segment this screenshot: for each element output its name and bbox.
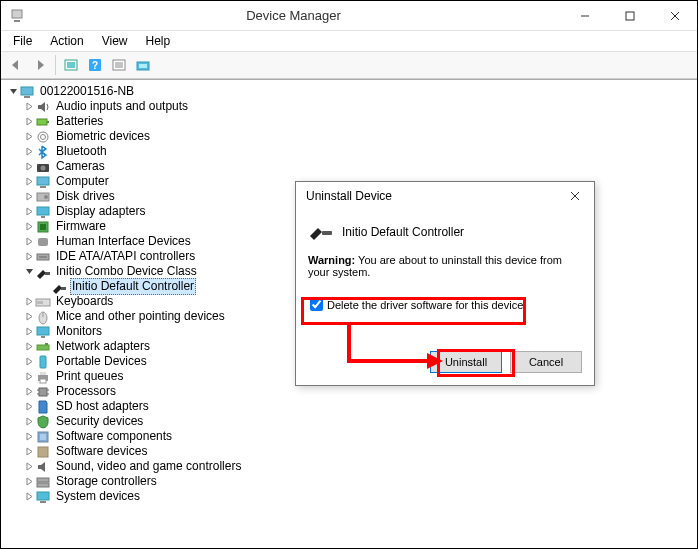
back-button[interactable] xyxy=(5,54,27,76)
svg-rect-45 xyxy=(37,345,49,350)
scan-button[interactable] xyxy=(132,54,154,76)
menu-file[interactable]: File xyxy=(5,32,40,50)
category-icon xyxy=(35,159,51,175)
close-button[interactable] xyxy=(652,1,697,31)
expand-icon[interactable] xyxy=(23,131,35,143)
tree-category[interactable]: Audio inputs and outputs xyxy=(7,99,695,114)
tree-category[interactable]: Bluetooth xyxy=(7,144,695,159)
expand-icon[interactable] xyxy=(23,101,35,113)
tree-label: Software components xyxy=(54,429,174,444)
svg-rect-32 xyxy=(38,238,48,246)
tree-label: Bluetooth xyxy=(54,144,109,159)
svg-rect-44 xyxy=(41,336,45,338)
dialog-close-button[interactable] xyxy=(562,189,588,204)
expand-icon[interactable] xyxy=(23,491,35,503)
svg-rect-31 xyxy=(40,224,46,230)
expand-icon[interactable] xyxy=(23,221,35,233)
show-hidden-button[interactable] xyxy=(60,54,82,76)
category-icon xyxy=(35,219,51,235)
expand-icon[interactable] xyxy=(23,341,35,353)
svg-rect-51 xyxy=(39,388,47,396)
forward-button[interactable] xyxy=(29,54,51,76)
help-button[interactable]: ? xyxy=(84,54,106,76)
expand-icon[interactable] xyxy=(23,191,35,203)
svg-rect-0 xyxy=(12,10,22,18)
svg-rect-36 xyxy=(61,287,66,290)
svg-rect-61 xyxy=(37,492,49,500)
category-icon xyxy=(35,144,51,160)
tree-label: Keyboards xyxy=(54,294,115,309)
svg-rect-3 xyxy=(626,12,634,20)
menu-help[interactable]: Help xyxy=(138,32,179,50)
tree-category[interactable]: SD host adapters xyxy=(7,399,695,414)
collapse-icon[interactable] xyxy=(23,266,35,278)
tree-label: Storage controllers xyxy=(54,474,159,489)
app-icon xyxy=(9,8,25,24)
expand-icon[interactable] xyxy=(23,311,35,323)
toolbar-separator xyxy=(55,55,56,75)
expand-icon[interactable] xyxy=(23,416,35,428)
tree-category[interactable]: Processors xyxy=(7,384,695,399)
expand-icon[interactable] xyxy=(23,401,35,413)
tree-label: SD host adapters xyxy=(54,399,151,414)
device-icon xyxy=(308,222,334,242)
expand-icon[interactable] xyxy=(23,371,35,383)
svg-point-21 xyxy=(41,134,46,139)
tree-label: System devices xyxy=(54,489,142,504)
category-icon xyxy=(35,444,51,460)
delete-driver-checkbox-row[interactable]: Delete the driver software for this devi… xyxy=(308,296,582,313)
menu-action[interactable]: Action xyxy=(42,32,91,50)
expand-icon[interactable] xyxy=(23,431,35,443)
category-icon xyxy=(35,114,51,130)
tree-category[interactable]: Software components xyxy=(7,429,695,444)
tree-label: Portable Devices xyxy=(54,354,149,369)
expand-icon[interactable] xyxy=(23,236,35,248)
tree-label: Biometric devices xyxy=(54,129,152,144)
category-icon xyxy=(35,249,51,265)
properties-button[interactable] xyxy=(108,54,130,76)
category-icon xyxy=(35,369,51,385)
expand-icon[interactable] xyxy=(23,326,35,338)
category-icon xyxy=(35,339,51,355)
delete-driver-label: Delete the driver software for this devi… xyxy=(327,299,526,311)
svg-rect-16 xyxy=(21,87,33,95)
delete-driver-checkbox[interactable] xyxy=(310,298,323,311)
svg-rect-24 xyxy=(37,177,49,185)
minimize-button[interactable] xyxy=(562,1,607,31)
uninstall-dialog: Uninstall Device Initio Default Controll… xyxy=(295,181,595,386)
expand-icon[interactable] xyxy=(23,206,35,218)
svg-rect-19 xyxy=(47,121,49,123)
tree-category[interactable]: System devices xyxy=(7,489,695,504)
tree-category[interactable]: Security devices xyxy=(7,414,695,429)
tree-label: Security devices xyxy=(54,414,145,429)
expand-icon[interactable] xyxy=(23,161,35,173)
tree-category[interactable]: Batteries xyxy=(7,114,695,129)
expand-icon[interactable] xyxy=(23,386,35,398)
expand-icon[interactable] xyxy=(23,251,35,263)
menu-view[interactable]: View xyxy=(94,32,136,50)
svg-point-23 xyxy=(41,165,46,170)
expand-icon[interactable] xyxy=(23,116,35,128)
category-icon xyxy=(35,189,51,205)
svg-rect-57 xyxy=(40,434,46,440)
tree-category[interactable]: Software devices xyxy=(7,444,695,459)
tree-category[interactable]: Sound, video and game controllers xyxy=(7,459,695,474)
expand-icon[interactable] xyxy=(23,356,35,368)
tree-category[interactable]: Cameras xyxy=(7,159,695,174)
collapse-icon[interactable] xyxy=(7,86,19,98)
tree-category[interactable]: Storage controllers xyxy=(7,474,695,489)
tree-category[interactable]: Biometric devices xyxy=(7,129,695,144)
uninstall-button[interactable]: Uninstall xyxy=(430,351,502,373)
cancel-button[interactable]: Cancel xyxy=(510,351,582,373)
svg-rect-43 xyxy=(37,327,49,335)
expand-icon[interactable] xyxy=(23,446,35,458)
expand-icon[interactable] xyxy=(23,176,35,188)
category-icon xyxy=(35,234,51,250)
expand-icon[interactable] xyxy=(23,461,35,473)
tree-root[interactable]: 00122001516-NB xyxy=(7,84,695,99)
expand-icon[interactable] xyxy=(23,146,35,158)
expand-icon[interactable] xyxy=(23,296,35,308)
expand-icon[interactable] xyxy=(23,476,35,488)
category-icon xyxy=(35,459,51,475)
maximize-button[interactable] xyxy=(607,1,652,31)
